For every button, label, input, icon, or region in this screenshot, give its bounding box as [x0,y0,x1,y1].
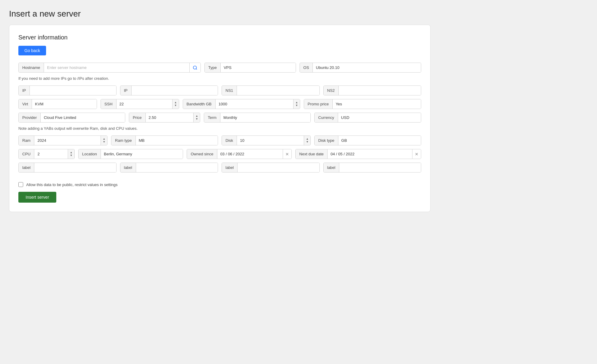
cpu-down-arrow: ▼ [70,154,73,157]
nextdue-input[interactable] [328,149,412,159]
promo-field-group: Promo price [304,99,421,109]
disktype-input[interactable] [338,136,421,145]
nextdue-clear-button[interactable]: ✕ [412,149,421,159]
price-input[interactable] [146,113,194,122]
nextdue-clear-icon: ✕ [415,152,418,157]
ownedsince-clear-button[interactable]: ✕ [283,149,291,159]
provider-field-group: Provider [18,113,125,123]
ssh-input[interactable] [117,99,172,109]
virt-label: Virt [19,99,32,109]
os-input[interactable] [313,63,421,72]
public-data-checkbox[interactable] [18,182,23,187]
disktype-field-group: Disk type [314,135,421,145]
label3-label: label [222,163,238,172]
price-spinner[interactable]: ▲ ▼ [193,113,200,122]
ssh-label: SSH [101,99,117,109]
cpu-spinner[interactable]: ▲ ▼ [68,149,74,159]
ip1-field-group: IP [18,86,117,95]
ns2-input[interactable] [339,86,421,95]
term-label: Term [204,113,220,122]
labels-row: label label label label [18,163,421,173]
hostname-row: Hostname Type OS [18,63,421,73]
provider-label: Provider [19,113,41,122]
ip2-input[interactable] [132,86,218,95]
ssh-spinner[interactable]: ▲ ▼ [172,99,179,109]
bandwidth-spinner[interactable]: ▲ ▼ [293,99,300,109]
insert-server-button[interactable]: Insert server [18,192,56,203]
virt-row: Virt SSH ▲ ▼ Bandwidth GB ▲ ▼ Promo pric… [18,99,421,109]
label1-label: label [19,163,34,172]
cpu-field-group: CPU ▲ ▼ [18,149,75,159]
bandwidth-down-arrow: ▼ [295,104,298,107]
ram-row: Ram ▲ ▼ Ram type Disk ▲ ▼ Disk type [18,135,421,145]
server-info-card: Server information Go back Hostname Type… [9,25,431,212]
yabs-notice: Note adding a YABs output will overwrite… [18,126,421,131]
ram-field-group: Ram ▲ ▼ [18,135,107,145]
go-back-button[interactable]: Go back [18,46,46,55]
location-field-group: Location [78,149,183,159]
label2-label: label [120,163,136,172]
type-field-group: Type [204,63,296,73]
section-title: Server information [18,34,421,41]
ram-label: Ram [19,136,34,145]
location-input[interactable] [101,149,183,159]
hostname-label: Hostname [19,63,44,72]
promo-label: Promo price [304,99,333,109]
ssh-field-group: SSH ▲ ▼ [101,99,179,109]
bandwidth-input[interactable] [216,99,293,109]
provider-input[interactable] [41,113,125,122]
type-label: Type [205,63,221,72]
hostname-input[interactable] [44,63,189,72]
page-title: Insert a new server [9,9,588,19]
cpu-label: CPU [19,149,34,159]
label1-input[interactable] [34,163,116,172]
currency-field-group: Currency [314,113,421,123]
disk-spinner[interactable]: ▲ ▼ [304,136,310,145]
ram-input[interactable] [34,136,101,145]
disk-input[interactable] [237,136,304,145]
label2-field-group: label [120,163,218,173]
promo-input[interactable] [333,99,421,109]
ip2-label: IP [120,86,132,95]
label3-input[interactable] [238,163,319,172]
hostname-field-group: Hostname [18,63,201,73]
ip2-field-group: IP [120,86,218,95]
label4-field-group: label [323,163,421,173]
currency-input[interactable] [338,113,421,122]
term-input[interactable] [220,113,310,122]
ownedsince-input[interactable] [217,149,283,159]
public-data-label: Allow this data to be public, restrict v… [26,182,117,187]
ns1-field-group: NS1 [222,86,320,95]
currency-label: Currency [315,113,338,122]
os-field-group: OS [300,63,421,73]
virt-field-group: Virt [18,99,97,109]
os-label: OS [300,63,313,72]
ssh-down-arrow: ▼ [174,104,177,107]
cpu-input[interactable] [34,149,67,159]
price-label: Price [129,113,146,122]
ns1-input[interactable] [237,86,319,95]
term-field-group: Term [204,113,311,123]
virt-input[interactable] [32,99,97,109]
label2-input[interactable] [136,163,218,172]
type-input[interactable] [221,63,296,72]
ownedsince-clear-icon: ✕ [285,152,289,157]
bandwidth-up-arrow: ▲ [295,101,298,104]
ram-spinner[interactable]: ▲ ▼ [101,136,107,145]
provider-row: Provider Price ▲ ▼ Term Currency [18,113,421,123]
cpu-row: CPU ▲ ▼ Location Owned since ✕ Next due … [18,149,421,159]
disk-down-arrow: ▼ [306,141,309,143]
ramtype-label: Ram type [111,136,136,145]
ip1-label: IP [19,86,30,95]
ip1-input[interactable] [30,86,116,95]
label4-input[interactable] [339,163,421,172]
ns1-label: NS1 [222,86,237,95]
svg-line-1 [196,69,197,70]
ramtype-input[interactable] [136,136,218,145]
ram-down-arrow: ▼ [103,141,105,143]
public-data-checkbox-row: Allow this data to be public, restrict v… [18,182,421,187]
ownedsince-field-group: Owned since ✕ [187,149,292,159]
price-field-group: Price ▲ ▼ [129,113,200,123]
ram-up-arrow: ▲ [103,138,105,140]
hostname-search-button[interactable] [189,63,201,72]
